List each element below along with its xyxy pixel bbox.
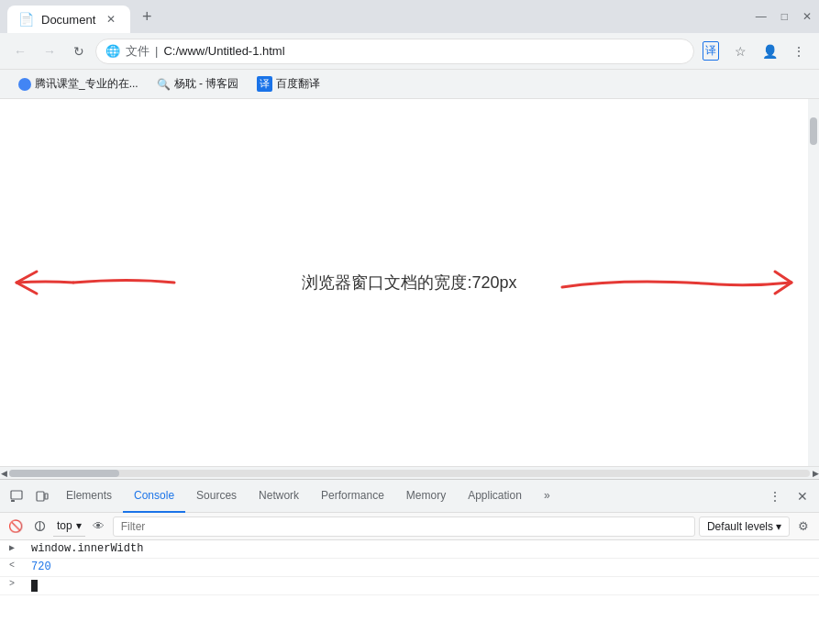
tab-close-button[interactable]: ✕ bbox=[103, 11, 119, 28]
info-icon: 🌐 bbox=[105, 44, 120, 58]
expand-icon-2: > bbox=[6, 579, 18, 589]
close-button[interactable]: ✕ bbox=[802, 10, 812, 23]
console-cursor bbox=[31, 580, 38, 592]
devtools: Elements Console Sources Network Perform… bbox=[0, 479, 819, 644]
devtools-actions: ⋮ ✕ bbox=[762, 483, 815, 509]
tab-memory[interactable]: Memory bbox=[395, 480, 457, 513]
devtools-device-button[interactable] bbox=[29, 483, 55, 509]
tab-application[interactable]: Application bbox=[457, 480, 533, 513]
context-arrow-icon: ▾ bbox=[76, 519, 82, 532]
titlebar: 📄 Document ✕ + — □ ✕ bbox=[0, 0, 819, 33]
console-filter-toggle[interactable] bbox=[29, 516, 50, 537]
inspect-icon bbox=[10, 490, 23, 503]
tab-more-button[interactable]: » bbox=[533, 480, 561, 513]
profile-button[interactable]: 👤 bbox=[757, 39, 782, 64]
log-levels-button[interactable]: Default levels ▾ bbox=[699, 516, 790, 537]
minimize-button[interactable]: — bbox=[756, 10, 767, 23]
horizontal-scrollbar[interactable]: ◀ ▶ bbox=[0, 466, 819, 479]
expand-icon-0[interactable]: ▶ bbox=[6, 542, 18, 553]
context-label: top bbox=[57, 519, 72, 532]
svg-rect-2 bbox=[37, 492, 44, 501]
translate-icon: 译 bbox=[703, 41, 719, 61]
filter-icon bbox=[34, 520, 46, 532]
bookmark-button[interactable]: ☆ bbox=[727, 39, 753, 64]
clear-console-button[interactable]: 🚫 bbox=[6, 516, 26, 537]
console-toolbar: 🚫 top ▾ 👁 Default levels ▾ ⚙ bbox=[0, 513, 819, 540]
devtools-close-button[interactable]: ✕ bbox=[790, 483, 815, 509]
address-bar[interactable]: 🌐 文件 | C:/www/Untitled-1.html bbox=[95, 39, 694, 64]
console-row-1: < 720 bbox=[0, 559, 819, 577]
bookmark-item-0[interactable]: 腾讯课堂_专业的在... bbox=[11, 73, 146, 94]
devtools-tab-bar: Elements Console Sources Network Perform… bbox=[0, 480, 819, 513]
bookmarks-bar: 腾讯课堂_专业的在... 🔍 杨耽 - 博客园 译 百度翻译 bbox=[0, 70, 819, 99]
bookmark-icon-0 bbox=[18, 78, 31, 91]
browser-tab[interactable]: 📄 Document ✕ bbox=[7, 6, 130, 33]
console-eye-button[interactable]: 👁 bbox=[89, 516, 109, 537]
back-icon: ← bbox=[14, 44, 27, 59]
address-url: C:/www/Untitled-1.html bbox=[163, 44, 284, 58]
restore-button[interactable]: □ bbox=[781, 10, 788, 23]
levels-arrow-icon: ▾ bbox=[776, 520, 781, 533]
main-scrollbar[interactable] bbox=[808, 99, 819, 466]
main-content: 浏览器窗口文档的宽度:720px bbox=[0, 99, 819, 466]
page-content: 浏览器窗口文档的宽度:720px bbox=[0, 99, 819, 466]
left-arrow bbox=[0, 255, 183, 310]
devtools-inspect-button[interactable] bbox=[4, 483, 29, 509]
main-scrollbar-thumb[interactable] bbox=[810, 117, 817, 145]
translate-button[interactable]: 译 bbox=[698, 39, 724, 64]
more-tabs-icon: » bbox=[544, 489, 550, 502]
console-text-1: 720 bbox=[31, 561, 813, 573]
page-width-text: 浏览器窗口文档的宽度:720px bbox=[302, 272, 516, 294]
bookmark-label-2: 百度翻译 bbox=[276, 76, 320, 92]
refresh-icon: ↻ bbox=[73, 44, 84, 59]
bookmark-label-1: 杨耽 - 博客园 bbox=[174, 76, 239, 92]
console-text-2 bbox=[31, 579, 813, 592]
tab-sources[interactable]: Sources bbox=[185, 480, 248, 513]
back-button[interactable]: ← bbox=[7, 39, 33, 64]
h-scrollbar-right-btn[interactable]: ▶ bbox=[812, 467, 819, 480]
console-filter-input[interactable] bbox=[113, 516, 695, 537]
profile-icon: 👤 bbox=[762, 44, 778, 59]
translate-badge-icon: 译 bbox=[257, 76, 272, 92]
refresh-button[interactable]: ↻ bbox=[66, 39, 92, 64]
forward-icon: → bbox=[43, 44, 56, 59]
tab-title: Document bbox=[41, 13, 95, 27]
levels-label: Default levels bbox=[707, 520, 773, 533]
bookmark-item-1[interactable]: 🔍 杨耽 - 博客园 bbox=[149, 73, 247, 94]
h-scrollbar-track bbox=[9, 470, 810, 477]
bookmark-label-0: 腾讯课堂_专业的在... bbox=[35, 76, 138, 92]
bookmark-icon: ☆ bbox=[735, 44, 747, 59]
menu-icon: ⋮ bbox=[792, 44, 805, 59]
tab-page-icon: 📄 bbox=[18, 12, 34, 27]
console-row-0: ▶ window.innerWidth bbox=[0, 540, 819, 559]
tab-performance[interactable]: Performance bbox=[310, 480, 395, 513]
address-prefix: 文件 bbox=[126, 43, 149, 60]
h-scrollbar-thumb[interactable] bbox=[9, 470, 119, 477]
tab-console[interactable]: Console bbox=[123, 480, 185, 513]
svg-rect-1 bbox=[11, 500, 15, 502]
expand-icon-1: < bbox=[6, 561, 18, 571]
context-selector[interactable]: top ▾ bbox=[53, 516, 85, 537]
right-arrow bbox=[553, 255, 810, 310]
titlebar-left: 📄 Document ✕ + bbox=[7, 0, 756, 33]
new-tab-button[interactable]: + bbox=[134, 4, 160, 29]
console-output: ▶ window.innerWidth < 720 > bbox=[0, 540, 819, 644]
svg-rect-0 bbox=[11, 491, 22, 499]
address-separator: | bbox=[155, 44, 158, 58]
window-controls: — □ ✕ bbox=[756, 10, 812, 23]
console-settings-button[interactable]: ⚙ bbox=[793, 516, 813, 537]
menu-button[interactable]: ⋮ bbox=[786, 39, 812, 64]
h-scrollbar-left-btn[interactable]: ◀ bbox=[0, 467, 7, 480]
forward-button[interactable]: → bbox=[37, 39, 62, 64]
svg-rect-3 bbox=[45, 494, 48, 499]
device-icon bbox=[36, 490, 49, 503]
console-row-2: > bbox=[0, 577, 819, 595]
bookmark-item-2[interactable]: 译 百度翻译 bbox=[249, 73, 327, 94]
console-text-0: window.innerWidth bbox=[31, 542, 813, 555]
navbar: ← → ↻ 🌐 文件 | C:/www/Untitled-1.html 译 ☆ … bbox=[0, 33, 819, 70]
nav-right-buttons: 译 ☆ 👤 ⋮ bbox=[698, 39, 812, 64]
tab-network[interactable]: Network bbox=[248, 480, 310, 513]
bookmark-icon-1: 🔍 bbox=[157, 78, 171, 91]
tab-elements[interactable]: Elements bbox=[55, 480, 123, 513]
devtools-settings-button[interactable]: ⋮ bbox=[762, 483, 788, 509]
